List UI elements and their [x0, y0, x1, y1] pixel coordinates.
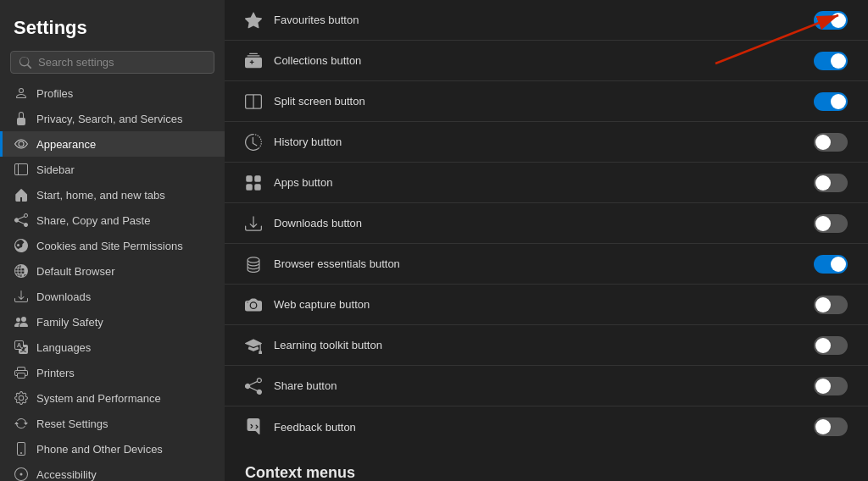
accessibility-icon: [14, 467, 28, 481]
settings-title: Settings: [0, 7, 225, 47]
setting-row-share-btn: Share button: [225, 366, 868, 406]
eye-icon: [14, 137, 28, 151]
browser-essentials-button-label: Browser essentials button: [274, 257, 802, 270]
sidebar-label-reset: Reset Settings: [36, 417, 108, 430]
sidebar-label-phone: Phone and Other Devices: [36, 443, 163, 456]
split-screen-toggle-thumb: [831, 94, 846, 109]
sidebar-item-reset[interactable]: Reset Settings: [0, 411, 225, 436]
setting-row-split-screen: Split screen button: [225, 81, 868, 122]
sidebar-label-appearance: Appearance: [36, 138, 96, 151]
favourites-button-label: Favourites button: [274, 14, 802, 26]
sidebar-item-profiles[interactable]: Profiles: [0, 80, 225, 106]
sidebar-label-privacy: Privacy, Search, and Services: [36, 113, 182, 125]
sidebar-label-share-copy: Share, Copy and Paste: [36, 214, 150, 227]
setting-row-collections: Collections button: [225, 41, 868, 81]
sidebar-label-accessibility: Accessibility: [36, 468, 97, 481]
setting-row-history: History button: [225, 122, 868, 163]
split-screen-button-label: Split screen button: [274, 95, 802, 108]
sidebar-item-printers[interactable]: Printers: [0, 360, 225, 385]
search-box[interactable]: [10, 51, 214, 74]
share-button-label: Share button: [274, 379, 802, 392]
home-icon: [14, 188, 28, 202]
apps-toggle-thumb: [815, 175, 831, 191]
sidebar: Settings Profiles Privacy, Search, and S…: [0, 0, 225, 481]
sidebar-label-languages: Languages: [36, 341, 91, 354]
browser-essentials-toggle-thumb: [831, 257, 846, 272]
web-capture-button-label: Web capture button: [274, 298, 802, 311]
sidebar-item-accessibility[interactable]: Accessibility: [0, 462, 225, 481]
person-icon: [14, 86, 28, 100]
lock-icon: [14, 112, 28, 125]
collections-setting-icon: [245, 53, 262, 69]
cookie-icon: [14, 239, 28, 252]
sidebar-item-family-safety[interactable]: Family Safety: [0, 309, 225, 334]
split-screen-setting-icon: [245, 93, 262, 110]
sidebar-item-downloads[interactable]: Downloads: [0, 284, 225, 309]
sidebar-item-start-home[interactable]: Start, home, and new tabs: [0, 182, 225, 207]
favourites-toggle-thumb: [831, 13, 846, 28]
share-btn-toggle[interactable]: [814, 377, 848, 395]
phone-icon: [14, 442, 28, 456]
sidebar-label-default-browser: Default Browser: [36, 265, 114, 278]
sidebar-icon: [14, 163, 28, 176]
learning-toolkit-toggle-thumb: [815, 338, 831, 353]
setting-row-web-capture: Web capture button: [225, 285, 868, 325]
browser-essentials-toggle[interactable]: [814, 255, 848, 274]
apps-toggle[interactable]: [814, 174, 848, 192]
sidebar-label-family-safety: Family Safety: [36, 316, 103, 329]
favourites-toggle[interactable]: [814, 11, 848, 30]
collections-button-label: Collections button: [274, 54, 802, 67]
sidebar-item-system[interactable]: System and Performance: [0, 385, 225, 411]
sidebar-item-languages[interactable]: Languages: [0, 334, 225, 360]
main-content: Favourites button Collections button Spl…: [225, 0, 868, 481]
history-toggle[interactable]: [814, 133, 848, 152]
sidebar-item-phone[interactable]: Phone and Other Devices: [0, 436, 225, 462]
browser-essentials-setting-icon: [245, 256, 262, 273]
web-capture-toggle-thumb: [815, 297, 831, 312]
browser-icon: [14, 264, 28, 278]
sidebar-label-system: System and Performance: [36, 392, 161, 405]
split-screen-toggle[interactable]: [814, 92, 848, 111]
downloads-btn-toggle[interactable]: [814, 214, 848, 233]
context-menus-header: Context menus: [225, 447, 868, 481]
sidebar-label-downloads: Downloads: [36, 290, 91, 303]
sidebar-item-share-copy[interactable]: Share, Copy and Paste: [0, 207, 225, 233]
share-btn-setting-icon: [245, 378, 262, 395]
favourites-setting-icon: [245, 12, 262, 29]
web-capture-setting-icon: [245, 296, 262, 313]
learning-toolkit-setting-icon: [245, 337, 262, 354]
feedback-toggle[interactable]: [814, 417, 848, 436]
setting-row-learning-toolkit: Learning toolkit button: [225, 325, 868, 366]
collections-toggle[interactable]: [814, 52, 848, 70]
sidebar-item-appearance[interactable]: Appearance: [0, 131, 225, 157]
sidebar-item-cookies[interactable]: Cookies and Site Permissions: [0, 233, 225, 258]
setting-row-browser-essentials: Browser essentials button: [225, 244, 868, 285]
sidebar-label-sidebar: Sidebar: [36, 163, 75, 176]
feedback-button-label: Feedback button: [274, 421, 802, 434]
sidebar-label-profiles: Profiles: [36, 87, 73, 100]
history-toggle-thumb: [815, 135, 831, 150]
search-icon: [19, 57, 31, 69]
sidebar-item-sidebar[interactable]: Sidebar: [0, 157, 225, 182]
feedback-setting-icon: [245, 418, 262, 435]
sidebar-label-printers: Printers: [36, 367, 75, 379]
share-btn-toggle-thumb: [815, 379, 831, 394]
family-icon: [14, 315, 28, 329]
web-capture-toggle[interactable]: [814, 296, 848, 314]
learning-toolkit-toggle[interactable]: [814, 336, 848, 355]
language-icon: [14, 340, 28, 354]
sidebar-item-privacy[interactable]: Privacy, Search, and Services: [0, 106, 225, 131]
search-input[interactable]: [38, 56, 205, 69]
downloads-button-label: Downloads button: [274, 217, 802, 229]
history-setting-icon: [245, 134, 262, 151]
sidebar-item-default-browser[interactable]: Default Browser: [0, 258, 225, 284]
setting-row-feedback: Feedback button: [225, 406, 868, 447]
download-icon: [14, 290, 28, 303]
apps-setting-icon: [245, 174, 262, 191]
sidebar-label-start-home: Start, home, and new tabs: [36, 189, 165, 202]
reset-icon: [14, 417, 28, 430]
apps-button-label: Apps button: [274, 176, 802, 189]
printer-icon: [14, 366, 28, 379]
share-icon: [14, 213, 28, 227]
setting-row-downloads-btn: Downloads button: [225, 203, 868, 244]
